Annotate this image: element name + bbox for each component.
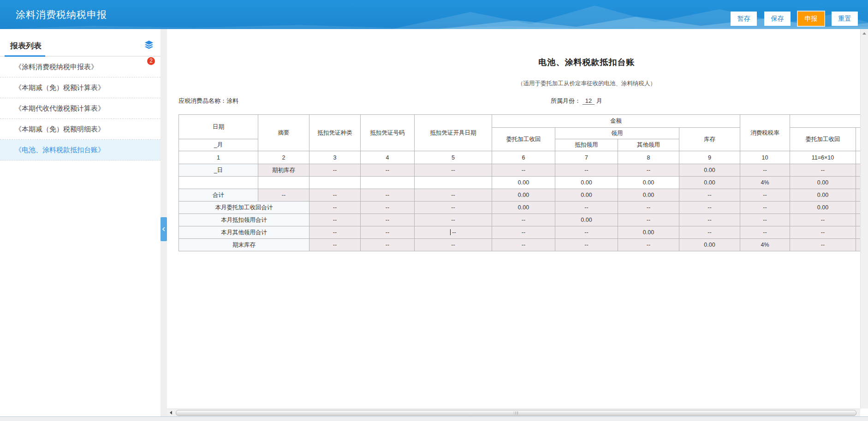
triangle-left-icon bbox=[170, 411, 172, 415]
header-cell: 委托加工收回 bbox=[492, 128, 555, 151]
data-cell bbox=[856, 202, 861, 214]
data-cell bbox=[856, 164, 861, 177]
data-cell: -- bbox=[361, 164, 415, 177]
scroll-up-button[interactable] bbox=[861, 29, 868, 37]
data-cell: -- bbox=[361, 202, 415, 214]
app-body: 报表列表 《涂料消费税纳税申报表》 2 《本期减（免）税额计算表》 《本期代收代… bbox=[0, 29, 868, 416]
data-cell: 0.00 bbox=[790, 202, 856, 214]
data-cell: -- bbox=[740, 164, 790, 177]
sidebar-item-deduction-ledger[interactable]: 《电池、涂料税款抵扣台账》 bbox=[0, 140, 161, 160]
data-cell: -- bbox=[740, 226, 790, 239]
reporting-month: 所属月份：12月 bbox=[551, 97, 602, 105]
taxable-product-label: 应税消费品名称：涂料 bbox=[178, 97, 238, 105]
row-label-cell: 本月其他领用合计 bbox=[179, 226, 309, 239]
column-number-cell bbox=[856, 151, 861, 164]
data-cell: -- bbox=[555, 164, 618, 177]
row-label-cell: _日 bbox=[179, 164, 258, 177]
focused-input-cell[interactable]: -- bbox=[415, 226, 492, 239]
data-cell: -- bbox=[415, 239, 492, 251]
column-number-cell: 2 bbox=[258, 151, 309, 164]
data-cell bbox=[856, 189, 861, 202]
report-title: 电池、涂料税款抵扣台账 bbox=[167, 57, 860, 68]
report-subtitle: （适用于委托加工从价定率征收的电池、涂料纳税人） bbox=[167, 80, 860, 88]
data-cell: -- bbox=[618, 164, 679, 177]
data-cell: -- bbox=[415, 164, 492, 177]
triangle-up-icon bbox=[862, 32, 866, 35]
data-cell[interactable] bbox=[179, 177, 258, 189]
save-button[interactable]: 保存 bbox=[764, 12, 791, 26]
data-cell: -- bbox=[415, 189, 492, 202]
row-label-cell: 本月抵扣领用合计 bbox=[179, 214, 309, 226]
header-cell: 摘要 bbox=[258, 115, 309, 151]
temp-save-button[interactable]: 暂存 bbox=[731, 12, 757, 26]
vertical-scrollbar[interactable] bbox=[860, 29, 868, 409]
horizontal-scrollbar[interactable] bbox=[167, 409, 860, 416]
chevron-left-icon bbox=[162, 227, 166, 231]
data-cell: 期初库存 bbox=[258, 164, 309, 177]
layers-icon[interactable] bbox=[144, 40, 154, 51]
data-cell: -- bbox=[618, 202, 679, 214]
row-label-cell: 合计 bbox=[179, 189, 258, 202]
data-cell[interactable] bbox=[415, 177, 492, 189]
month-label: 所属月份： bbox=[551, 97, 581, 104]
data-cell[interactable]: 0.00 bbox=[618, 177, 679, 189]
data-cell: -- bbox=[740, 189, 790, 202]
column-number-cell: 9 bbox=[679, 151, 740, 164]
header-cell: 抵扣凭证号码 bbox=[361, 115, 415, 151]
data-cell: -- bbox=[790, 214, 856, 226]
main-content: 电池、涂料税款抵扣台账 （适用于委托加工从价定率征收的电池、涂料纳税人） 应税消… bbox=[167, 29, 868, 416]
column-number-cell: 10 bbox=[740, 151, 790, 164]
data-cell: 0.00 bbox=[492, 202, 555, 214]
month-unit: 月 bbox=[596, 97, 602, 104]
sidebar-item-reduction-detail[interactable]: 《本期减（免）税额明细表》 bbox=[0, 119, 161, 140]
sidebar-collapse-tab[interactable] bbox=[161, 217, 167, 241]
header-cell: 抵扣凭证种类 bbox=[309, 115, 361, 151]
sidebar-item-declaration-form[interactable]: 《涂料消费税纳税申报表》 2 bbox=[0, 57, 161, 77]
data-cell: 0.00 bbox=[555, 214, 618, 226]
data-cell: -- bbox=[679, 189, 740, 202]
sidebar-item-label: 《本期代收代缴税额计算表》 bbox=[15, 104, 105, 112]
header-cell: 库存 bbox=[679, 128, 740, 151]
data-cell: -- bbox=[740, 214, 790, 226]
data-cell[interactable]: 0.00 bbox=[492, 177, 555, 189]
data-cell: 0.00 bbox=[679, 177, 740, 189]
data-cell[interactable] bbox=[258, 177, 309, 189]
submit-button[interactable]: 申报 bbox=[798, 12, 824, 26]
column-number-cell: 5 bbox=[415, 151, 492, 164]
column-number-cell: 7 bbox=[555, 151, 618, 164]
sidebar-items: 《涂料消费税纳税申报表》 2 《本期减（免）税额计算表》 《本期代收代缴税额计算… bbox=[0, 57, 161, 160]
data-cell: 0.00 bbox=[679, 164, 740, 177]
scroll-left-button[interactable] bbox=[167, 409, 175, 417]
data-cell: -- bbox=[361, 226, 415, 239]
data-cell bbox=[856, 214, 861, 226]
header-cell bbox=[790, 115, 861, 128]
header-cell: _月 bbox=[179, 139, 258, 151]
data-cell: -- bbox=[555, 226, 618, 239]
data-cell: -- bbox=[415, 214, 492, 226]
data-cell[interactable]: 0.00 bbox=[555, 177, 618, 189]
action-buttons: 暂存 保存 申报 重置 bbox=[731, 12, 858, 26]
header-cell: 抵扣凭证开具日期 bbox=[415, 115, 492, 151]
data-cell[interactable] bbox=[361, 177, 415, 189]
sidebar-item-label: 《本期减（免）税额明细表》 bbox=[15, 125, 105, 133]
data-cell: -- bbox=[309, 189, 361, 202]
header-cell: 金额 bbox=[492, 115, 740, 128]
error-count-badge: 2 bbox=[147, 57, 155, 65]
data-cell bbox=[856, 226, 861, 239]
top-bar: 涂料消费税纳税申报 暂存 保存 申报 重置 bbox=[0, 0, 868, 29]
sidebar-item-reduction-calc[interactable]: 《本期减（免）税额计算表》 bbox=[0, 77, 161, 98]
month-value[interactable]: 12 bbox=[583, 97, 595, 105]
thumb-grip-icon bbox=[514, 411, 518, 415]
data-cell: -- bbox=[361, 214, 415, 226]
column-number-cell: 11=6×10 bbox=[790, 151, 856, 164]
header-cell: 消费税税率 bbox=[740, 115, 790, 151]
sidebar-title: 报表列表 bbox=[10, 41, 42, 51]
reset-button[interactable]: 重置 bbox=[832, 12, 858, 26]
data-cell[interactable] bbox=[309, 177, 361, 189]
data-cell: 0.00 bbox=[555, 189, 618, 202]
sidebar-item-withholding-calc[interactable]: 《本期代收代缴税额计算表》 bbox=[0, 98, 161, 119]
data-cell: 0.00 bbox=[618, 189, 679, 202]
data-cell: -- bbox=[492, 164, 555, 177]
data-cell: -- bbox=[309, 164, 361, 177]
horizontal-scroll-thumb[interactable] bbox=[176, 410, 856, 416]
